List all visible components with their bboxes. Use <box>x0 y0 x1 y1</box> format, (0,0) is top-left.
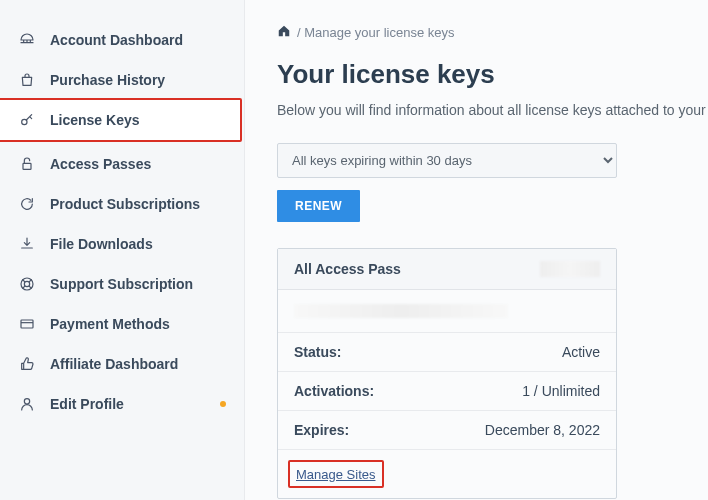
license-row-redacted <box>278 290 616 333</box>
svg-point-3 <box>24 281 29 286</box>
license-row-label: Expires: <box>294 422 349 438</box>
license-header: All Access Pass <box>278 249 616 290</box>
license-row-status: Status: Active <box>278 333 616 372</box>
redacted-content <box>294 304 508 318</box>
credit-card-icon <box>18 315 36 333</box>
license-footer: Manage Sites <box>278 450 616 498</box>
manage-sites-highlight: Manage Sites <box>288 460 384 488</box>
sidebar-item-edit-profile[interactable]: Edit Profile <box>0 384 244 424</box>
sidebar-item-label: Access Passes <box>50 156 151 172</box>
license-row-expires: Expires: December 8, 2022 <box>278 411 616 450</box>
user-icon <box>18 395 36 413</box>
lock-open-icon <box>18 155 36 173</box>
sidebar-item-affiliate-dashboard[interactable]: Affiliate Dashboard <box>0 344 244 384</box>
key-icon <box>18 111 36 129</box>
sidebar-item-label: License Keys <box>50 112 140 128</box>
license-card: All Access Pass Status: Active Activatio… <box>277 248 617 499</box>
home-icon[interactable] <box>277 24 291 41</box>
sidebar-item-label: Account Dashboard <box>50 32 183 48</box>
bag-icon <box>18 71 36 89</box>
download-icon <box>18 235 36 253</box>
sidebar-item-account-dashboard[interactable]: Account Dashboard <box>0 20 244 60</box>
sidebar-item-label: Payment Methods <box>50 316 170 332</box>
renew-button[interactable]: RENEW <box>277 190 360 222</box>
page-title: Your license keys <box>277 59 708 90</box>
life-ring-icon <box>18 275 36 293</box>
sidebar-item-label: Purchase History <box>50 72 165 88</box>
sidebar-item-payment-methods[interactable]: Payment Methods <box>0 304 244 344</box>
notification-dot-icon <box>220 401 226 407</box>
refresh-icon <box>18 195 36 213</box>
sidebar-item-access-passes[interactable]: Access Passes <box>0 144 244 184</box>
sidebar-item-product-subscriptions[interactable]: Product Subscriptions <box>0 184 244 224</box>
filter-select[interactable]: All keys expiring within 30 days <box>277 143 617 178</box>
sidebar: Account Dashboard Purchase History Licen… <box>0 0 245 500</box>
breadcrumb-text: / Manage your license keys <box>297 25 455 40</box>
license-key-redacted <box>540 261 600 277</box>
thumbs-up-icon <box>18 355 36 373</box>
sidebar-item-label: Product Subscriptions <box>50 196 200 212</box>
license-row-value: December 8, 2022 <box>485 422 600 438</box>
svg-rect-4 <box>21 320 33 328</box>
sidebar-item-purchase-history[interactable]: Purchase History <box>0 60 244 100</box>
license-row-value: 1 / Unlimited <box>522 383 600 399</box>
page-description: Below you will find information about al… <box>277 100 708 121</box>
sidebar-item-file-downloads[interactable]: File Downloads <box>0 224 244 264</box>
license-row-activations: Activations: 1 / Unlimited <box>278 372 616 411</box>
license-row-label: Activations: <box>294 383 374 399</box>
sidebar-item-label: Affiliate Dashboard <box>50 356 178 372</box>
breadcrumb: / Manage your license keys <box>277 24 708 41</box>
svg-point-5 <box>24 399 29 404</box>
main-content: / Manage your license keys Your license … <box>245 0 708 500</box>
svg-rect-1 <box>23 163 31 169</box>
sidebar-item-label: Support Subscription <box>50 276 193 292</box>
manage-sites-link[interactable]: Manage Sites <box>296 467 376 482</box>
license-row-label: Status: <box>294 344 341 360</box>
license-row-value: Active <box>562 344 600 360</box>
sidebar-item-label: File Downloads <box>50 236 153 252</box>
sidebar-item-support-subscription[interactable]: Support Subscription <box>0 264 244 304</box>
license-name: All Access Pass <box>294 261 401 277</box>
sidebar-item-license-keys[interactable]: License Keys <box>0 98 242 142</box>
sidebar-item-label: Edit Profile <box>50 396 124 412</box>
dashboard-icon <box>18 31 36 49</box>
